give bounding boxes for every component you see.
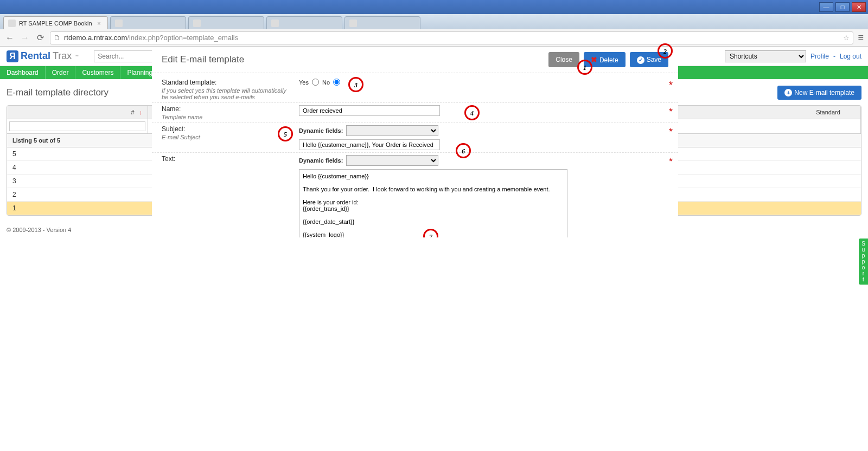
logo-text-1: Rental (21, 50, 50, 62)
required-icon: * (669, 106, 673, 118)
annotation-3: 3 (348, 77, 363, 92)
bookmark-icon[interactable]: ☆ (843, 34, 850, 42)
favicon-icon (193, 20, 201, 27)
new-template-label: New E-mail template (794, 89, 854, 96)
close-window-button[interactable]: ✕ (852, 2, 866, 12)
body-textarea[interactable] (299, 169, 567, 237)
no-label: No (322, 79, 330, 86)
required-icon: * (669, 156, 673, 167)
address-bar: ← → ⟳ 🗋 rtdemo.a.rntrax.com/index.php?op… (0, 29, 868, 47)
favicon-icon (8, 20, 16, 27)
new-template-button[interactable]: +New E-mail template (777, 86, 861, 100)
menu-icon[interactable]: ≡ (858, 32, 864, 43)
label-name: Name: (162, 105, 295, 113)
reload-icon[interactable]: ⟳ (35, 33, 46, 43)
subject-dynamic-select[interactable] (346, 125, 438, 136)
nav-order[interactable]: Order (46, 66, 76, 79)
label-dynamic-fields: Dynamic fields: (299, 127, 343, 134)
minimize-button[interactable]: — (819, 2, 833, 12)
browser-tab-inactive[interactable] (110, 16, 186, 29)
annotation-2: 2 (658, 43, 673, 59)
annotation-4: 4 (464, 105, 480, 120)
close-button[interactable]: Close (548, 52, 579, 67)
col-sort[interactable]: # ↓ (7, 106, 148, 119)
text-dynamic-select[interactable] (346, 155, 438, 166)
tab-close-icon[interactable]: × (95, 20, 103, 27)
maximize-button[interactable]: □ (835, 2, 850, 12)
logout-link[interactable]: Log out (840, 53, 861, 60)
logo-text-2: Trax (53, 50, 72, 62)
standard-yes-radio[interactable] (312, 79, 319, 86)
shortcuts-select[interactable]: Shortcuts (725, 50, 806, 62)
annotation-6: 6 (456, 143, 471, 158)
standard-no-radio[interactable] (333, 79, 340, 86)
favicon-icon (349, 20, 357, 27)
required-icon: * (669, 80, 673, 91)
window-titlebar: — □ ✕ (0, 0, 868, 14)
browser-tab-inactive[interactable] (344, 16, 420, 29)
name-input[interactable] (299, 105, 440, 116)
yes-label: Yes (299, 79, 309, 86)
edit-modal: Edit E-mail template Close ✖Delete ✓Save… (152, 47, 678, 237)
page-title: E-mail template directory (7, 87, 108, 98)
delete-icon: ✖ (591, 55, 597, 64)
browser-tab-inactive[interactable] (188, 16, 264, 29)
app-logo: Я RentalTrax ™ (7, 50, 79, 62)
hint-name: Template name (162, 114, 295, 120)
nav-dashboard[interactable]: Dashboard (0, 66, 46, 79)
back-icon[interactable]: ← (4, 33, 15, 43)
profile-link[interactable]: Profile (810, 53, 829, 60)
annotation-5: 5 (278, 126, 293, 141)
url-field[interactable]: 🗋 rtdemo.a.rntrax.com/index.php?option=t… (50, 31, 853, 44)
browser-tab-active[interactable]: RT SAMPLE COMP Bookin × (3, 16, 108, 29)
hint-subject: E-mail Subject (162, 134, 295, 140)
favicon-icon (115, 20, 123, 27)
favicon-icon (271, 20, 279, 27)
col-standard[interactable]: Standard (796, 106, 861, 119)
nav-customers[interactable]: Customers (75, 66, 120, 79)
modal-title: Edit E-mail template (162, 54, 244, 65)
browser-tab-inactive[interactable] (266, 16, 342, 29)
plus-icon: + (784, 89, 792, 96)
label-standard-template: Standard template: (162, 79, 295, 86)
annotation-1: 1 (577, 60, 592, 75)
browser-tabbar: RT SAMPLE COMP Bookin × (0, 14, 868, 29)
check-icon: ✓ (637, 56, 644, 64)
forward-icon[interactable]: → (20, 33, 30, 43)
url-path: /index.php?option=template_emails (127, 34, 238, 42)
sort-arrow-icon: ↓ (139, 109, 143, 115)
logo-badge-icon: Я (7, 50, 18, 62)
page-icon: 🗋 (54, 34, 61, 42)
label-dynamic-fields: Dynamic fields: (299, 157, 343, 164)
save-label: Save (647, 56, 661, 63)
hint-standard-template: If you select yes this template will aut… (162, 87, 295, 100)
url-host: rtdemo.a.rntrax.com (64, 34, 127, 42)
subject-input[interactable] (299, 139, 440, 150)
tab-title: RT SAMPLE COMP Bookin (19, 20, 92, 27)
label-text: Text: (162, 155, 295, 163)
label-subject: Subject: (162, 125, 295, 133)
filter-input[interactable] (9, 121, 145, 131)
delete-label: Delete (599, 56, 618, 64)
required-icon: * (669, 126, 673, 138)
